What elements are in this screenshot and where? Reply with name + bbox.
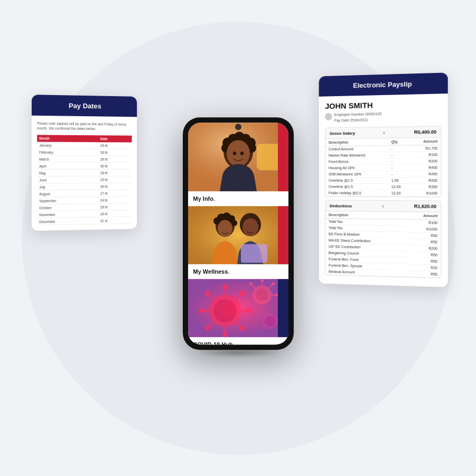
date-cell: 30 th xyxy=(98,162,132,169)
table-row: June25 th xyxy=(37,176,132,183)
pay-dates-card: Pay Dates Please note salaries will be p… xyxy=(31,95,136,231)
deductions-chevron-icon: ∨ xyxy=(381,203,384,208)
description-cell: Public Holiday @2.0 xyxy=(325,190,388,196)
qty-cell: - xyxy=(388,145,410,151)
table-row: Public Holiday @2.012.00R1000 xyxy=(325,190,441,197)
svg-point-10 xyxy=(227,140,250,166)
amount-cell: R50 xyxy=(406,270,441,277)
svg-rect-58 xyxy=(188,279,288,337)
table-row: January29 th xyxy=(37,142,132,148)
table-row: Fixed Bonus-R200 xyxy=(325,157,441,164)
phone-container: My Info. xyxy=(183,117,294,350)
amount-cell: R50 xyxy=(406,251,441,258)
phone: My Info. xyxy=(183,117,294,350)
date-cell: 26 th xyxy=(98,155,132,162)
my-info-image xyxy=(188,123,288,191)
red-accent-top xyxy=(278,123,288,191)
employee-info: Employee Number 00000135 Pay Date 25/04/… xyxy=(325,110,441,123)
month-cell: June xyxy=(37,176,98,183)
pay-dates-table: Month Date January29 thFebruary26 thMarc… xyxy=(37,135,132,225)
my-wellness-label: My Wellness. xyxy=(188,264,288,279)
month-cell: October xyxy=(37,203,98,211)
svg-point-11 xyxy=(233,151,236,155)
gross-salary-table: Description Qty Amount Control Amount-R2… xyxy=(325,137,441,197)
employee-name: JOHN SMITH xyxy=(325,99,441,110)
amount-cell: R1000 xyxy=(406,226,441,232)
pay-dates-body: Please note salaries will be paid on the… xyxy=(31,115,136,230)
month-cell: January xyxy=(37,142,98,148)
my-wellness-dot: . xyxy=(228,268,229,275)
month-cell: May xyxy=(37,169,98,176)
table-row: September24 th xyxy=(37,196,132,204)
svg-rect-25 xyxy=(241,244,267,263)
qty-cell: - xyxy=(388,158,410,164)
amount-cell: R50 xyxy=(406,238,441,245)
payslip-header: Electronic Payslip xyxy=(319,72,447,96)
amount-cell: R450 xyxy=(410,171,441,177)
main-circle: Pay Dates Please note salaries will be p… xyxy=(22,22,455,455)
red-accent-bot xyxy=(278,279,288,337)
amount-cell: R350 xyxy=(410,183,441,190)
table-row: July30 th xyxy=(37,183,132,190)
qty-cell: - xyxy=(388,152,410,158)
table-row: Overtime @1.512.00R350 xyxy=(325,183,441,190)
employee-meta: Employee Number 00000135 Pay Date 25/04/… xyxy=(334,111,381,123)
svg-point-12 xyxy=(240,151,244,155)
date-cell: 26 th xyxy=(98,148,132,155)
deductions-section: Deductions ∨ R1,620.00 Description Amoun… xyxy=(325,200,441,278)
table-row: Overtime @1.51.58R200 xyxy=(325,177,441,183)
pay-dates-header: Pay Dates xyxy=(31,95,136,117)
description-cell: Overtime @1.5 xyxy=(325,177,388,183)
description-cell: Shift Allowance 18% xyxy=(325,171,388,177)
amount-cell: R1000 xyxy=(410,190,441,196)
amount-cell: R2,700 xyxy=(410,145,441,152)
qty-cell: 12.00 xyxy=(388,183,410,190)
phone-screen: My Info. xyxy=(188,123,288,344)
phone-shadow xyxy=(196,347,281,358)
amount-cell: R200 xyxy=(410,177,441,183)
month-cell: December xyxy=(37,217,98,225)
month-cell: September xyxy=(37,197,98,204)
covid-card[interactable]: COVID-19 Hub. xyxy=(188,279,288,344)
description-cell: Housing All 18% xyxy=(325,164,388,171)
my-wellness-card[interactable]: My Wellness. xyxy=(188,206,288,279)
svg-rect-15 xyxy=(188,206,288,264)
date-cell: 29 th xyxy=(98,203,132,210)
payslip-card: Electronic Payslip JOHN SMITH Employee N… xyxy=(319,72,447,287)
month-cell: February xyxy=(37,148,98,155)
covid-label: COVID-19 Hub. xyxy=(188,337,288,344)
gross-chevron-icon: ∨ xyxy=(382,130,386,135)
description-cell: Control Amount xyxy=(325,145,388,152)
my-info-card[interactable]: My Info. xyxy=(188,123,288,206)
qty-cell: 1.58 xyxy=(388,177,410,183)
month-cell: July xyxy=(37,183,98,190)
table-row: April30 th xyxy=(37,162,132,169)
table-row: Market Rate Allowance-R100 xyxy=(325,151,441,158)
amount-cell: R50 xyxy=(406,232,441,239)
amount-cell: R400 xyxy=(410,164,441,171)
date-cell: 31 st xyxy=(98,217,132,224)
amount-cell: R20 xyxy=(406,264,441,271)
table-row: December31 st xyxy=(37,217,132,225)
table-row: August27 th xyxy=(37,190,132,198)
my-info-dot: . xyxy=(213,195,215,202)
amount-cell: R100 xyxy=(406,219,441,226)
table-row: Housing All 18%-R400 xyxy=(325,164,441,171)
date-cell: 27 th xyxy=(98,190,132,197)
amount-cell: R200 xyxy=(410,157,441,164)
date-cell: 24 th xyxy=(98,196,132,203)
red-accent-mid xyxy=(278,206,288,264)
month-cell: August xyxy=(37,190,98,197)
pay-date-line: Pay Date 25/04/2021 xyxy=(334,117,381,123)
table-row: Control Amount-R2,700 xyxy=(325,145,441,152)
month-cell: April xyxy=(37,162,98,169)
date-cell: 29 th xyxy=(98,142,132,149)
phone-notch xyxy=(235,124,241,130)
col-date: Date xyxy=(98,135,132,142)
date-cell: 25 th xyxy=(98,176,132,183)
description-cell: Market Rate Allowance xyxy=(325,152,388,158)
covid-dot: . xyxy=(233,341,235,344)
month-cell: November xyxy=(37,210,98,218)
gross-salary-section: Gross Salary ∨ R5,400.00 Description Qty… xyxy=(325,126,441,197)
table-row: Shift Allowance 18%-R450 xyxy=(325,171,441,177)
